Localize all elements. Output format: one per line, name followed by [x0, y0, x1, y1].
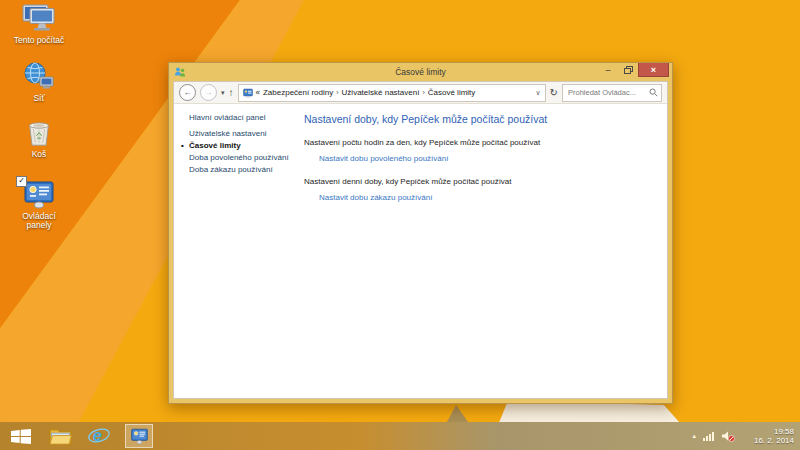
- sidebar-item-curfew[interactable]: Doba zákazu používání: [189, 164, 289, 176]
- file-explorer-button[interactable]: [47, 423, 73, 449]
- window-title: Časové limity: [169, 67, 672, 77]
- system-tray: ▴ 19:58 16. 2. 2014: [692, 427, 800, 446]
- window-content: Hlavní ovládací panel Uživatelské nastav…: [174, 104, 667, 398]
- taskbar-clock[interactable]: 19:58 16. 2. 2014: [742, 427, 794, 446]
- forward-button[interactable]: →: [200, 84, 217, 101]
- breadcrumb-separator-icon: ›: [336, 89, 338, 96]
- sidebar-item-allowed-time[interactable]: Doba povoleného používání: [189, 152, 289, 164]
- search-icon: [649, 88, 658, 97]
- breadcrumb-item-time-limits[interactable]: Časové limity: [428, 88, 476, 97]
- back-button[interactable]: ←: [179, 84, 196, 101]
- main-pane: Nastavení doby, kdy Pepíček může počítač…: [304, 113, 659, 398]
- desktop: Tento počítač Síť: [0, 0, 800, 450]
- active-bullet-icon: •: [181, 140, 184, 152]
- internet-explorer-icon: e: [87, 426, 111, 446]
- address-bar: ← → ▾ ↑ « Zabezpečení ro: [174, 82, 667, 104]
- close-button[interactable]: ×: [638, 63, 669, 77]
- clock-date: 16. 2. 2014: [742, 436, 794, 446]
- taskbar: e ▴: [0, 422, 800, 450]
- network-icon: [12, 62, 66, 92]
- desktop-icon-recycle-bin[interactable]: Koš: [12, 118, 66, 159]
- desktop-icon-network[interactable]: Síť: [12, 62, 66, 103]
- sidebar-item-home[interactable]: Hlavní ovládací panel: [189, 112, 289, 124]
- sidebar-item-time-limits[interactable]: •Časové limity: [189, 140, 289, 152]
- task-sidebar: Hlavní ovládací panel Uživatelské nastav…: [189, 112, 289, 176]
- internet-explorer-button[interactable]: e: [86, 423, 112, 449]
- breadcrumb-item-user-settings[interactable]: Uživatelské nastavení: [342, 88, 420, 97]
- control-panel-taskbar-button[interactable]: [125, 424, 153, 448]
- desktop-icon-label: Koš: [12, 150, 66, 159]
- address-dropdown-icon[interactable]: ∨: [535, 89, 540, 97]
- control-panel-icon: ✓: [12, 180, 66, 210]
- breadcrumb-item-family-safety[interactable]: Zabezpečení rodiny: [263, 88, 333, 97]
- breadcrumb-prefix: «: [256, 88, 260, 97]
- restore-icon: [624, 66, 633, 74]
- titlebar[interactable]: Časové limity: [169, 63, 672, 81]
- control-panel-window: Časové limity – × ← → ▾ ↑: [168, 62, 673, 404]
- desktop-icon-label: Ovládací panely: [12, 212, 66, 230]
- desktop-icon-label: Síť: [12, 94, 66, 103]
- breadcrumb[interactable]: « Zabezpečení rodiny › Uživatelské nasta…: [238, 84, 546, 102]
- history-dropdown-icon[interactable]: ▾: [221, 89, 225, 97]
- folder-icon: [49, 427, 72, 446]
- sidebar-item-user-settings[interactable]: Uživatelské nastavení: [189, 128, 289, 140]
- set-curfew-link[interactable]: Nastavit dobu zákazu používání: [319, 193, 432, 202]
- window-body: ← → ▾ ↑ « Zabezpečení ro: [173, 81, 668, 399]
- up-button[interactable]: ↑: [229, 87, 234, 98]
- section-description: Nastavení denní doby, kdy Pepíček může p…: [304, 177, 512, 186]
- search-box[interactable]: [562, 84, 662, 102]
- clock-time: 19:58: [742, 427, 794, 437]
- control-panel-icon: [129, 428, 150, 445]
- windows-logo-icon: [11, 429, 31, 444]
- taskbar-apps: e: [0, 423, 153, 449]
- minimize-button[interactable]: –: [598, 63, 618, 77]
- search-input[interactable]: [566, 87, 649, 98]
- recycle-bin-icon: [12, 118, 66, 148]
- computer-icon: [12, 4, 66, 34]
- refresh-button[interactable]: ↻: [550, 87, 558, 98]
- breadcrumb-separator-icon: ›: [422, 89, 424, 96]
- window-controls: – ×: [598, 63, 669, 77]
- start-button[interactable]: [8, 423, 34, 449]
- desktop-icon-label: Tento počítač: [12, 36, 66, 45]
- volume-muted-icon[interactable]: [722, 431, 735, 442]
- checkbox-icon[interactable]: ✓: [16, 176, 27, 187]
- desktop-icon-this-pc[interactable]: Tento počítač: [12, 4, 66, 45]
- set-allowed-time-link[interactable]: Nastavit dobu povoleného používání: [319, 154, 448, 163]
- hidden-icons-button[interactable]: ▴: [692, 432, 696, 440]
- desktop-icon-control-panel[interactable]: ✓ Ovládací panely: [12, 180, 66, 230]
- section-description: Nastavení počtu hodin za den, kdy Pepíče…: [304, 138, 540, 147]
- restore-button[interactable]: [618, 63, 638, 77]
- control-panel-mini-icon: [243, 88, 253, 98]
- page-title: Nastavení doby, kdy Pepíček může počítač…: [304, 113, 659, 125]
- network-icon[interactable]: [703, 431, 715, 441]
